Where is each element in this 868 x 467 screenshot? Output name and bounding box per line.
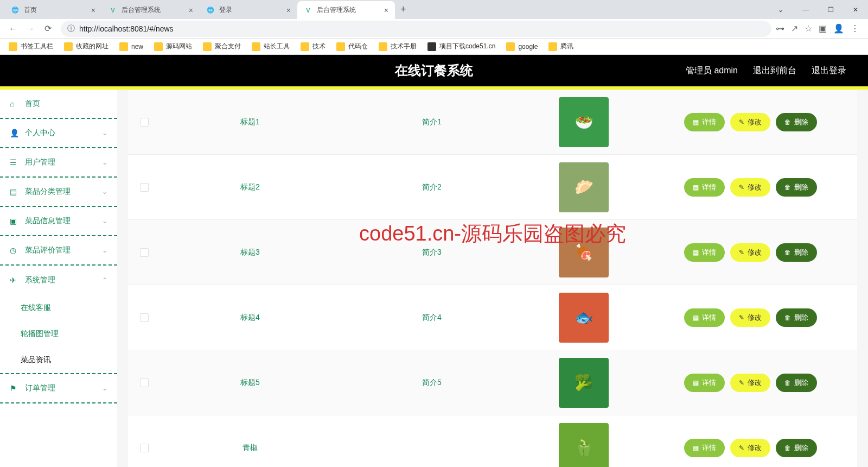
share-icon[interactable]: ↗	[791, 23, 798, 34]
bookmark[interactable]: 站长工具	[247, 40, 294, 53]
bookmark[interactable]: google	[502, 40, 542, 53]
app-title: 在线订餐系统	[395, 62, 473, 79]
sidebar-item-review[interactable]: ◷ 菜品评价管理 ⌄	[0, 236, 117, 266]
row-checkbox[interactable]	[140, 444, 149, 452]
close-icon[interactable]: ×	[91, 6, 95, 15]
browser-toolbar: ← → ⟳ ⓘ http://localhost:8081/#/news ⊶ ↗…	[0, 19, 868, 39]
detail-button[interactable]: ▦详情	[684, 178, 725, 197]
row-checkbox[interactable]	[140, 313, 149, 322]
browser-tab[interactable]: V 后台管理系统 ×	[102, 1, 200, 19]
bookmark[interactable]: 技术手册	[374, 40, 421, 53]
flag-icon: ⚑	[10, 384, 20, 393]
edit-button[interactable]: ✎修改	[730, 439, 770, 457]
row-checkbox[interactable]	[140, 378, 149, 387]
edit-button[interactable]: ✎修改	[730, 308, 770, 327]
dropdown-icon[interactable]: ⌄	[768, 0, 793, 19]
bookmark[interactable]: 技术	[296, 40, 330, 53]
data-table: 标题1 简介1 🥗 ▦详情 ✎修改 🗑删除 标题2 简介2 🥟 ▦详情 ✎修改 …	[128, 90, 857, 467]
close-window-icon[interactable]: ✕	[843, 0, 868, 19]
sidebar-item-info[interactable]: ▣ 菜品信息管理 ⌄	[0, 207, 117, 236]
edit-button[interactable]: ✎修改	[730, 178, 770, 197]
content-area: code51.cn-源码乐园盗图必究 标题1 简介1 🥗 ▦详情 ✎修改 🗑删除…	[117, 90, 868, 467]
actions-cell: ▦详情 ✎修改 🗑删除	[643, 439, 857, 457]
checkbox-cell	[128, 118, 161, 127]
intro-cell: 简介3	[340, 248, 524, 257]
menu-icon[interactable]: ⋮	[851, 23, 859, 34]
close-icon[interactable]: ×	[189, 6, 193, 15]
bookmark[interactable]: 聚合支付	[199, 40, 245, 53]
row-checkbox[interactable]	[140, 248, 149, 257]
browser-tab[interactable]: 🌐 登录 ×	[200, 1, 297, 19]
back-button[interactable]: ←	[4, 20, 22, 37]
bookmark[interactable]: new	[115, 40, 148, 53]
row-checkbox[interactable]	[140, 118, 149, 127]
browser-tab-active[interactable]: V 后台管理系统 ×	[297, 1, 395, 19]
admin-label[interactable]: 管理员 admin	[686, 65, 738, 77]
sidebar-item-user[interactable]: ☰ 用户管理 ⌄	[0, 148, 117, 178]
user-icon: 👤	[10, 129, 20, 137]
detail-button[interactable]: ▦详情	[684, 439, 725, 457]
sidebar-item-category[interactable]: ▤ 菜品分类管理 ⌄	[0, 178, 117, 207]
profile-icon[interactable]: 👤	[833, 23, 844, 34]
bookmark[interactable]: 收藏的网址	[60, 40, 113, 53]
delete-icon: 🗑	[784, 314, 791, 321]
delete-button[interactable]: 🗑删除	[776, 374, 817, 392]
bookmark[interactable]: 项目下载code51.cn	[423, 40, 500, 53]
image-cell: 🫑	[524, 423, 643, 468]
detail-button[interactable]: ▦详情	[684, 374, 725, 392]
globe-icon: 🌐	[11, 6, 20, 15]
edit-icon: ✎	[739, 379, 744, 387]
delete-button[interactable]: 🗑删除	[776, 243, 817, 262]
detail-icon: ▦	[693, 249, 699, 256]
close-icon[interactable]: ×	[286, 6, 291, 15]
image-cell: 🐟	[524, 293, 643, 343]
forward-button[interactable]: →	[22, 20, 39, 37]
submenu-news[interactable]: 菜品资讯	[0, 347, 117, 373]
delete-button[interactable]: 🗑删除	[776, 308, 817, 327]
bookmark[interactable]: 代码仓	[332, 40, 372, 53]
browser-tab[interactable]: 🌐 首页 ×	[4, 1, 102, 19]
detail-icon: ▦	[693, 314, 699, 321]
delete-button[interactable]: 🗑删除	[776, 113, 817, 131]
logout-link[interactable]: 退出登录	[812, 65, 846, 77]
minimize-icon[interactable]: —	[793, 0, 818, 19]
maximize-icon[interactable]: ❐	[818, 0, 843, 19]
submenu-customer-service[interactable]: 在线客服	[0, 295, 117, 321]
bookmark[interactable]: 腾讯	[544, 40, 578, 53]
tab-title: 后台管理系统	[317, 5, 380, 15]
new-tab-button[interactable]: +	[395, 4, 412, 15]
title-cell: 标题5	[161, 378, 340, 388]
close-icon[interactable]: ×	[384, 6, 388, 15]
detail-button[interactable]: ▦详情	[684, 113, 725, 131]
settings-icon: ☰	[10, 158, 20, 167]
key-icon[interactable]: ⊶	[776, 23, 784, 34]
reload-button[interactable]: ⟳	[39, 20, 56, 37]
info-icon: ⓘ	[67, 24, 75, 34]
row-checkbox[interactable]	[140, 183, 149, 192]
to-frontend-link[interactable]: 退出到前台	[753, 65, 796, 77]
extensions-icon[interactable]: ▣	[819, 23, 827, 34]
bookmark[interactable]: 源码网站	[150, 40, 196, 53]
star-icon[interactable]: ☆	[805, 23, 812, 34]
bookmark[interactable]: 书签工具栏	[4, 40, 58, 53]
detail-button[interactable]: ▦详情	[684, 308, 725, 327]
url-bar[interactable]: ⓘ http://localhost:8081/#/news	[61, 21, 771, 37]
sidebar-item-personal[interactable]: 👤 个人中心 ⌄	[0, 119, 117, 148]
food-thumbnail: 🐟	[559, 293, 609, 343]
edit-button[interactable]: ✎修改	[730, 113, 770, 131]
food-thumbnail: 🥗	[559, 97, 609, 147]
detail-button[interactable]: ▦详情	[684, 243, 725, 262]
sidebar-item-home[interactable]: ⌂ 首页	[0, 90, 117, 119]
edit-button[interactable]: ✎修改	[730, 374, 770, 392]
table-row: 青椒 🫑 ▦详情 ✎修改 🗑删除	[128, 415, 857, 467]
tab-strip: 🌐 首页 × V 后台管理系统 × 🌐 登录 × V 后台管理系统 × + ⌄ …	[0, 0, 868, 19]
sidebar-item-system[interactable]: ✈ 系统管理 ⌃	[0, 266, 117, 295]
delete-icon: 🗑	[784, 184, 791, 191]
edit-button[interactable]: ✎修改	[730, 243, 770, 262]
detail-icon: ▦	[693, 444, 699, 452]
sidebar-item-order[interactable]: ⚑ 订单管理 ⌄	[0, 374, 117, 403]
title-cell: 青椒	[161, 443, 340, 453]
delete-button[interactable]: 🗑删除	[776, 439, 817, 457]
submenu-carousel[interactable]: 轮播图管理	[0, 321, 117, 347]
delete-button[interactable]: 🗑删除	[776, 178, 817, 197]
